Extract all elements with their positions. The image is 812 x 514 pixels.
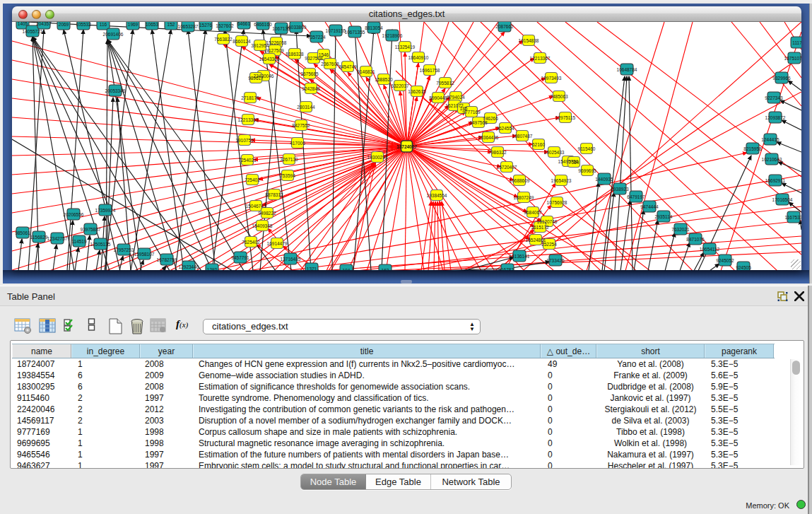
svg-text:104: 104: [343, 268, 351, 271]
svg-text:12213367: 12213367: [530, 56, 551, 61]
svg-text:10671355: 10671355: [345, 30, 365, 35]
svg-text:1156829: 1156829: [30, 235, 48, 240]
svg-text:9127509: 9127509: [266, 48, 284, 53]
svg-text:10648784: 10648784: [617, 67, 637, 72]
svg-text:13716485: 13716485: [281, 257, 301, 262]
svg-text:3624554: 3624554: [496, 126, 514, 131]
svg-text:9474444: 9474444: [640, 204, 659, 209]
svg-text:6794024: 6794024: [447, 95, 465, 100]
svg-text:12923446: 12923446: [179, 264, 199, 269]
svg-text:10210643: 10210643: [762, 157, 782, 162]
svg-text:8454749: 8454749: [339, 64, 357, 69]
svg-text:3675685: 3675685: [300, 71, 319, 76]
svg-text:924505: 924505: [736, 265, 751, 270]
svg-text:10756928: 10756928: [547, 200, 567, 205]
svg-text:8813054: 8813054: [365, 25, 383, 30]
svg-text:1546: 1546: [319, 52, 329, 57]
svg-text:9329966: 9329966: [772, 76, 791, 81]
svg-text:1167533: 1167533: [785, 215, 801, 220]
svg-text:8471076: 8471076: [686, 237, 705, 242]
svg-text:12213363: 12213363: [238, 117, 259, 122]
svg-text:9684067: 9684067: [524, 210, 542, 215]
svg-text:16543362: 16543362: [259, 57, 280, 62]
svg-text:1405: 1405: [18, 22, 28, 26]
svg-text:14136141: 14136141: [510, 254, 530, 259]
svg-text:14055721: 14055721: [23, 29, 43, 34]
svg-text:12505135: 12505135: [90, 242, 111, 247]
svg-text:1371: 1371: [307, 267, 317, 271]
svg-text:9457791: 9457791: [231, 255, 249, 260]
svg-text:15692911: 15692911: [765, 178, 786, 183]
svg-text:10654112: 10654112: [700, 247, 720, 252]
svg-text:19384554: 19384554: [427, 193, 447, 198]
svg-text:10719155: 10719155: [326, 28, 346, 33]
svg-text:11325419: 11325419: [395, 45, 416, 49]
svg-text:9146821: 9146821: [357, 69, 375, 74]
svg-text:18807249: 18807249: [514, 195, 534, 200]
svg-text:15751074: 15751074: [784, 56, 801, 61]
svg-text:1588520: 1588520: [375, 77, 393, 82]
svg-text:8427552: 8427552: [292, 123, 310, 128]
svg-text:8660124: 8660124: [233, 39, 251, 44]
svg-text:1733426: 1733426: [546, 258, 565, 263]
svg-text:7663822: 7663822: [214, 37, 233, 42]
svg-text:19300293: 19300293: [367, 155, 388, 160]
svg-text:1910755: 1910755: [235, 138, 254, 143]
svg-text:9699695: 9699695: [578, 168, 596, 173]
svg-text:8215958: 8215958: [743, 146, 762, 151]
svg-text:7485063: 7485063: [550, 94, 568, 99]
svg-text:2069: 2069: [59, 22, 69, 27]
svg-text:9498222: 9498222: [258, 211, 276, 216]
svg-text:20206556: 20206556: [64, 212, 84, 217]
svg-text:15409348: 15409348: [252, 223, 273, 228]
svg-text:12342757: 12342757: [47, 236, 68, 241]
svg-text:417006: 417006: [290, 141, 305, 146]
svg-text:1244415: 1244415: [761, 137, 779, 142]
svg-text:6466160: 6466160: [254, 22, 272, 27]
svg-text:725402: 725402: [245, 177, 260, 182]
svg-text:6479197: 6479197: [627, 194, 645, 199]
svg-text:8878312: 8878312: [265, 192, 283, 197]
svg-text:7564: 7564: [569, 160, 579, 165]
svg-text:16961758: 16961758: [420, 68, 440, 73]
svg-text:6497568: 6497568: [469, 120, 488, 125]
svg-text:7632021: 7632021: [671, 227, 690, 232]
svg-text:252254: 252254: [541, 242, 557, 247]
svg-text:753594: 753594: [280, 173, 295, 178]
svg-text:19218906: 19218906: [382, 33, 403, 38]
svg-text:2803144: 2803144: [297, 105, 315, 110]
svg-text:12093872: 12093872: [765, 115, 786, 120]
svg-text:10154838: 10154838: [519, 38, 539, 43]
svg-text:3267130: 3267130: [280, 157, 298, 162]
svg-text:2087662: 2087662: [495, 24, 514, 29]
svg-text:9115460: 9115460: [578, 146, 596, 151]
svg-text:1362615: 1362615: [408, 89, 426, 94]
svg-text:9245052: 9245052: [716, 258, 734, 263]
svg-text:64661: 64661: [237, 22, 250, 26]
svg-text:20364436: 20364436: [478, 135, 499, 140]
svg-text:985061: 985061: [15, 230, 30, 235]
svg-text:9227343: 9227343: [765, 95, 783, 100]
svg-text:10973493: 10973493: [541, 76, 562, 81]
svg-text:15046743: 15046743: [246, 204, 266, 209]
svg-text:6322037: 6322037: [391, 83, 409, 88]
svg-text:7986322: 7986322: [488, 150, 507, 155]
svg-text:9242848: 9242848: [302, 86, 320, 91]
svg-text:8990448: 8990448: [429, 95, 447, 100]
svg-text:2935114: 2935114: [655, 214, 673, 219]
svg-text:10807487: 10807487: [512, 134, 533, 139]
svg-text:1527602: 1527602: [216, 23, 234, 28]
svg-text:8186328: 8186328: [286, 52, 304, 57]
svg-text:16914479: 16914479: [267, 241, 288, 246]
svg-text:105532: 105532: [76, 22, 91, 27]
svg-text:17016504: 17016504: [772, 197, 793, 202]
svg-text:7625402: 7625402: [242, 240, 260, 245]
svg-text:162: 162: [382, 268, 389, 271]
svg-text:17957253: 17957253: [114, 247, 134, 252]
svg-text:7357224: 7357224: [307, 35, 326, 40]
svg-text:15276: 15276: [199, 23, 212, 28]
svg-text:116: 116: [100, 22, 107, 27]
svg-text:12975115: 12975115: [555, 115, 576, 120]
svg-text:10653287: 10653287: [178, 24, 199, 29]
svg-text:15958107: 15958107: [134, 252, 155, 257]
